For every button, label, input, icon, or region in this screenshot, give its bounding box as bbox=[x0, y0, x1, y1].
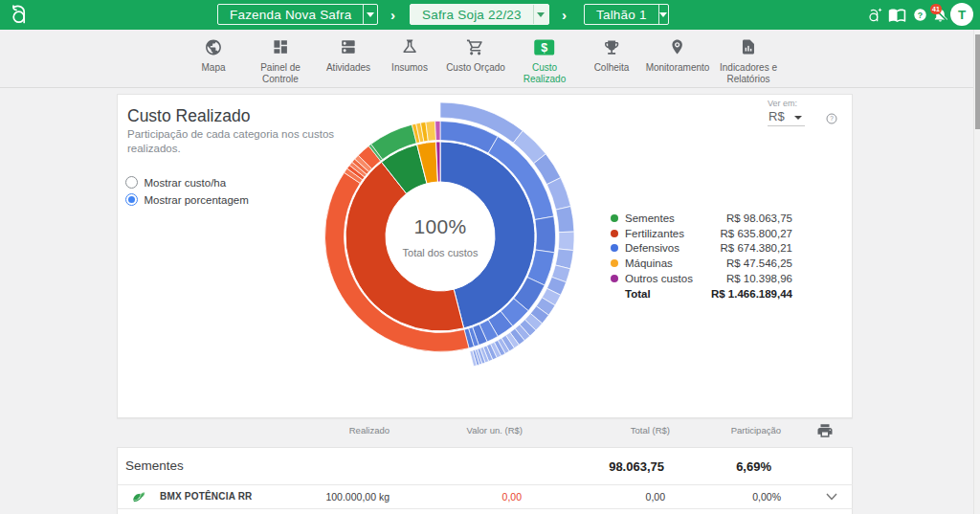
nav-item-atividades[interactable]: Atividades bbox=[326, 35, 370, 74]
radio-label: Mostrar porcentagem bbox=[145, 194, 249, 206]
nav-item-label: Atividades bbox=[326, 62, 370, 74]
radio-circle[interactable] bbox=[125, 176, 138, 189]
radio-mostrar-custo-ha[interactable]: Mostrar custo/ha bbox=[125, 176, 226, 189]
legend-label: Máquinas bbox=[625, 257, 673, 269]
legend-label: Fertilizantes bbox=[625, 228, 684, 239]
legend-label: Sementes bbox=[625, 212, 675, 224]
activities-icon bbox=[326, 35, 370, 58]
nav-item-colheita[interactable]: Colheita bbox=[594, 35, 630, 74]
radio-circle[interactable] bbox=[125, 193, 138, 206]
cost-donut-chart[interactable] bbox=[297, 90, 584, 377]
legend-row-Outros custos: Outros custosR$ 10.398,96 bbox=[611, 271, 792, 286]
print-icon[interactable] bbox=[816, 422, 834, 439]
help-icon[interactable]: ? bbox=[911, 0, 928, 30]
whats-new-icon[interactable] bbox=[865, 0, 884, 30]
aegro-logo-icon[interactable] bbox=[7, 2, 32, 27]
legend-value: R$ 47.546,25 bbox=[726, 257, 792, 269]
cart-icon bbox=[446, 35, 505, 58]
pin-icon bbox=[646, 35, 710, 58]
nav-item-label: Monitoramento bbox=[646, 62, 710, 74]
cell-participacao: 0,00% bbox=[752, 491, 781, 503]
dashboard-icon bbox=[260, 35, 301, 58]
legend-dot bbox=[611, 230, 618, 237]
table-row-BMX POTÊNCIA RR[interactable]: BMX POTÊNCIA RR100.000,00 kg0,000,000,00… bbox=[117, 485, 853, 508]
chart-legend: SementesR$ 98.063,75FertilizantesR$ 635.… bbox=[611, 211, 792, 302]
breadcrumb-separator: › bbox=[562, 0, 567, 30]
legend-dot bbox=[611, 259, 618, 267]
nav-item-label: Mapa bbox=[201, 62, 225, 74]
report-icon bbox=[720, 35, 777, 58]
nav-item-painel-de-controle[interactable]: Painel deControle bbox=[260, 35, 301, 84]
notifications-badge: 41 bbox=[930, 4, 942, 14]
chevron-down-icon[interactable] bbox=[825, 492, 838, 502]
legend-total-value: R$ 1.466.189,44 bbox=[711, 288, 792, 300]
nav-item-monitoramento[interactable]: Monitoramento bbox=[646, 35, 710, 74]
nav-item-label: Custo Orçado bbox=[446, 62, 505, 74]
season-selector-arrow[interactable] bbox=[533, 5, 548, 24]
nav-item-custo-orcado[interactable]: Custo Orçado bbox=[446, 35, 505, 74]
row-divider bbox=[117, 508, 853, 509]
dollar-square-icon: $ bbox=[523, 35, 566, 58]
legend-row-Fertilizantes: FertilizantesR$ 635.800,27 bbox=[611, 226, 792, 241]
legend-dot bbox=[611, 214, 618, 222]
farm-selector[interactable]: Fazenda Nova Safra bbox=[217, 4, 378, 25]
nav-item-label: Insumos bbox=[391, 62, 428, 74]
legend-row-Defensivos: DefensivosR$ 674.380,21 bbox=[611, 241, 792, 257]
svg-text:$: $ bbox=[542, 41, 548, 55]
season-selector-label: Safra Soja 22/23 bbox=[411, 5, 533, 24]
group-name: Sementes bbox=[125, 458, 184, 473]
table-header-Valor un. (R$): Valor un. (R$) bbox=[467, 425, 523, 436]
radio-label: Mostrar custo/ha bbox=[145, 177, 227, 189]
legend-dot bbox=[611, 275, 618, 282]
legend-value: R$ 98.063,75 bbox=[726, 212, 792, 224]
card-title: Custo Realizado bbox=[127, 106, 250, 126]
donut-ring2-Defensivos-2[interactable] bbox=[535, 216, 556, 253]
legend-value: R$ 10.398,96 bbox=[726, 273, 792, 284]
season-selector[interactable]: Safra Soja 22/23 bbox=[410, 4, 549, 25]
nav-item-indicadores-relatorios[interactable]: Indicadores eRelatórios bbox=[720, 35, 777, 84]
top-bar: Fazenda Nova Safra › Safra Soja 22/23 › … bbox=[0, 0, 980, 30]
radio-mostrar-porcentagem[interactable]: Mostrar porcentagem bbox=[125, 193, 249, 206]
legend-dot bbox=[611, 244, 618, 252]
nav-item-label: Colheita bbox=[594, 62, 630, 74]
donut-ring3-Defensivos-5[interactable] bbox=[558, 232, 574, 251]
legend-total-label: Total bbox=[625, 288, 651, 300]
group-total: 98.063,75 bbox=[609, 459, 664, 474]
donut-ring2-Outros custos-0[interactable] bbox=[435, 122, 440, 141]
chart-help-icon[interactable]: ? bbox=[826, 113, 837, 124]
table-header-Total (R$): Total (R$) bbox=[631, 425, 670, 436]
table-group-row[interactable]: Sementes 98.063,75 6,69% bbox=[117, 447, 853, 485]
field-selector-arrow[interactable] bbox=[658, 5, 668, 24]
cell-valor-un: 0,00 bbox=[502, 491, 522, 503]
legend-value: R$ 674.380,21 bbox=[721, 242, 792, 254]
field-selector[interactable]: Talhão 1 bbox=[584, 4, 669, 25]
nav-item-custo-realizado[interactable]: $CustoRealizado bbox=[523, 35, 566, 84]
field-selector-label: Talhão 1 bbox=[585, 5, 658, 24]
breadcrumb-separator: › bbox=[390, 0, 395, 30]
nav-item-insumos[interactable]: Insumos bbox=[391, 35, 428, 74]
scrollbar[interactable] bbox=[973, 30, 980, 514]
nav-item-mapa[interactable]: Mapa bbox=[201, 35, 225, 74]
product-name: BMX POTÊNCIA RR bbox=[160, 491, 253, 502]
currency-select[interactable]: R$ bbox=[768, 108, 805, 126]
cell-total: 0,00 bbox=[646, 491, 665, 503]
nav-item-label: Indicadores eRelatórios bbox=[720, 62, 777, 84]
svg-text:?: ? bbox=[917, 11, 922, 20]
view-in-label: Ver em: bbox=[768, 99, 797, 108]
donut-ring3-Defensivos-4[interactable] bbox=[556, 207, 574, 233]
avatar[interactable]: T bbox=[950, 3, 973, 26]
scrollbar-thumb[interactable] bbox=[975, 34, 980, 129]
farm-selector-arrow[interactable] bbox=[363, 5, 377, 24]
app-screen: Fazenda Nova Safra › Safra Soja 22/23 › … bbox=[0, 0, 980, 514]
globe-icon bbox=[201, 35, 225, 58]
guide-book-icon[interactable] bbox=[887, 0, 906, 30]
chevron-down-icon bbox=[794, 116, 802, 120]
currency-value: R$ bbox=[768, 109, 785, 123]
legend-row-Sementes: SementesR$ 98.063,75 bbox=[611, 211, 792, 226]
nav-bar: MapaPainel deControleAtividadesInsumosCu… bbox=[0, 30, 980, 88]
legend-row-Máquinas: MáquinasR$ 47.546,25 bbox=[611, 256, 792, 271]
trophy-icon bbox=[594, 35, 630, 58]
group-participation: 6,69% bbox=[736, 459, 771, 474]
sprout-icon bbox=[131, 489, 146, 504]
legend-label: Defensivos bbox=[625, 242, 679, 254]
